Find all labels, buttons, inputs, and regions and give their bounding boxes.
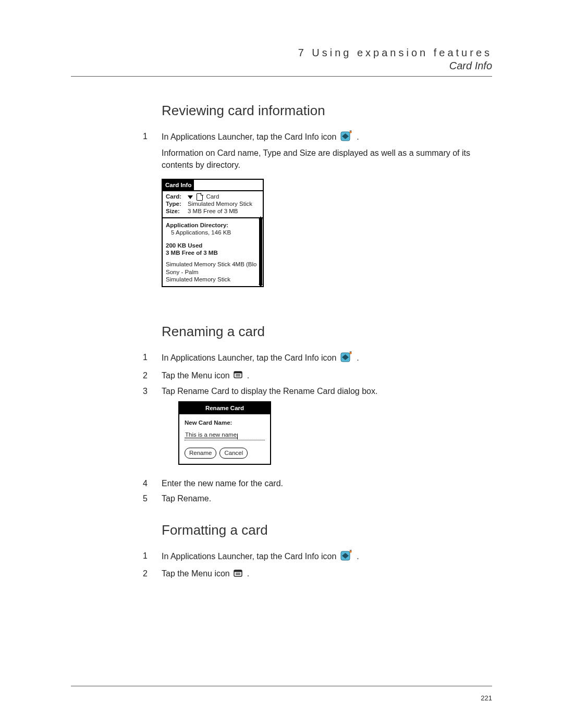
dropdown-icon [188,195,193,199]
page-content: Reviewing card information 1 In Applicat… [162,103,492,581]
card-info-icon [340,351,353,366]
svg-rect-3 [350,130,350,131]
step-number: 1 [143,550,162,564]
used-line: 200 KB Used [166,242,258,249]
steps-reviewing: 1 In Applications Launcher, tap the Card… [162,130,492,306]
svg-rect-20 [234,570,242,572]
card-info-icon [340,550,353,564]
svg-rect-8 [350,351,350,352]
heading-formatting: Formatting a card [162,522,492,538]
step-text: Tap the Menu icon [162,371,232,380]
svg-rect-4 [351,130,351,131]
step: 3 Tap Rename Card to display the Rename … [162,385,492,474]
new-card-name-label: New Card Name: [185,418,265,427]
heading-renaming: Renaming a card [162,324,492,340]
steps-formatting: 1 In Applications Launcher, tap the Card… [162,550,492,581]
label-size: Size: [166,208,185,215]
step-number: 2 [143,369,162,382]
footer-rule [71,686,492,686]
step-text: Enter the new name for the card. [162,477,492,489]
header-rule [71,76,492,77]
step: 5 Tap Rename. [162,492,492,504]
step-text: In Applications Launcher, tap the Card I… [162,354,339,363]
value-card: Card [206,193,219,200]
card-info-screenshot: Card Info Card: Card [162,179,264,288]
step-number: 5 [143,492,162,504]
step-description: Information on Card name, Type and Size … [162,147,492,171]
label-type: Type: [166,201,185,208]
step-number: 3 [143,385,162,474]
appdir-label: Application Directory: [166,221,258,229]
step-number: 2 [143,567,162,580]
step: 1 In Applications Launcher, tap the Card… [162,550,492,564]
step: 1 In Applications Launcher, tap the Card… [162,351,492,366]
step-text: In Applications Launcher, tap the Card I… [162,132,339,141]
free-line: 3 MB Free of 3 MB [166,249,258,256]
step-text: Tap Rename. [162,492,492,504]
step-text-end: . [247,569,249,578]
detail-line-1: Simulated Memory Stick 4MB (Blo [166,261,258,268]
rename-card-screenshot: Rename Card New Card Name: This is a new… [178,401,271,465]
new-card-name-field: This is a new name [185,430,265,441]
svg-rect-17 [350,550,350,551]
step: 2 Tap the Menu icon . [162,369,492,382]
svg-rect-11 [234,372,242,374]
chapter-title: 7 Using expansion features [71,47,492,59]
svg-rect-18 [351,550,351,551]
step: 4 Enter the new name for the card. [162,477,492,489]
detail-line-3: Simulated Memory Stick [166,276,258,283]
step-number: 1 [143,130,162,306]
text-cursor [237,434,238,439]
step-text-end: . [357,552,359,561]
dialog-title: Rename Card [179,402,270,414]
step-number: 1 [143,351,162,366]
page-header: 7 Using expansion features Card Info [71,47,492,72]
step-text-end: . [247,371,249,380]
step: 2 Tap the Menu icon . [162,567,492,580]
screenshot-title: Card Info [163,180,194,191]
step-number: 4 [143,477,162,489]
cancel-button: Cancel [219,448,248,459]
detail-line-2: Sony - Palm [166,268,258,276]
value-size: 3 MB Free of 3 MB [188,208,260,215]
menu-icon [234,569,243,581]
svg-rect-9 [351,351,351,352]
steps-renaming: 1 In Applications Launcher, tap the Card… [162,351,492,504]
rename-button: Rename [185,448,216,459]
card-info-icon [340,130,353,145]
label-card: Card: [166,193,185,201]
menu-icon [234,370,243,382]
card-info-summary: Card: Card Type: Simulated Memory Stick [163,191,263,218]
page-number: 221 [481,694,492,702]
step-text: Tap the Menu icon [162,569,232,578]
manual-page: 7 Using expansion features Card Info Rev… [0,0,563,728]
value-type: Simulated Memory Stick [188,201,260,208]
step-text-end: . [357,132,359,141]
card-info-body: Application Directory: 5 Applications, 1… [163,218,263,287]
step: 1 In Applications Launcher, tap the Card… [162,130,492,306]
section-title: Card Info [71,60,492,72]
step-text: Tap Rename Card to display the Rename Ca… [162,387,377,396]
appdir-value: 5 Applications, 146 KB [166,229,258,236]
step-text-end: . [357,354,359,363]
scrollbar [259,219,262,285]
step-text: In Applications Launcher, tap the Card I… [162,552,339,561]
heading-reviewing: Reviewing card information [162,103,492,119]
new-card-name-value: This is a new name [185,431,237,438]
sd-card-icon [197,193,203,201]
